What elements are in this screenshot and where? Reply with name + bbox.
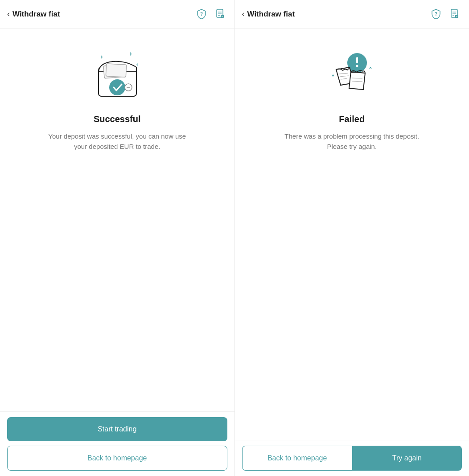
left-shield-icon[interactable]: ? [194,7,209,21]
right-header-icons: ? + [429,7,462,21]
left-header: ‹ Withdraw fiat ? [0,0,234,29]
success-content: Successful Your deposit was successful, … [0,29,234,411]
left-back-button[interactable]: ‹ Withdraw fiat [7,9,194,19]
right-back-button[interactable]: ‹ Withdraw fiat [242,9,429,19]
success-panel: ‹ Withdraw fiat ? [0,0,235,476]
success-illustration [86,43,148,105]
left-chevron-icon: ‹ [7,9,10,19]
right-header: ‹ Withdraw fiat ? [235,0,469,29]
right-shield-icon[interactable]: ? [429,7,443,21]
right-back-to-homepage-button[interactable]: Back to homepage [242,446,352,471]
try-again-button[interactable]: Try again [352,446,462,471]
left-header-title: Withdraw fiat [12,10,60,19]
svg-rect-21 [356,57,358,63]
right-header-title: Withdraw fiat [247,10,295,19]
svg-point-22 [356,65,358,67]
failed-panel: ‹ Withdraw fiat ? [235,0,469,476]
back-to-homepage-button[interactable]: Back to homepage [7,446,227,471]
svg-rect-9 [106,64,126,77]
right-footer-buttons: Back to homepage Try again [242,446,462,471]
left-document-icon[interactable]: + [213,7,227,21]
left-footer: Start trading Back to homepage [0,411,234,476]
left-header-icons: ? + [194,7,227,21]
svg-text:+: + [221,15,223,18]
right-footer: Back to homepage Try again [235,440,469,476]
success-title: Successful [94,114,141,124]
failed-content: Failed There was a problem processing th… [235,29,469,440]
failed-description: There was a problem processing this depo… [280,131,423,152]
success-description: Your deposit was successful, you can now… [46,131,189,152]
start-trading-button[interactable]: Start trading [7,417,227,441]
right-document-icon[interactable]: + [448,7,462,21]
svg-text:?: ? [435,12,437,16]
failed-title: Failed [339,114,365,124]
svg-point-10 [109,79,125,95]
svg-text:+: + [456,15,458,18]
svg-text:?: ? [200,12,202,16]
failed-illustration [321,43,383,105]
right-chevron-icon: ‹ [242,9,245,19]
